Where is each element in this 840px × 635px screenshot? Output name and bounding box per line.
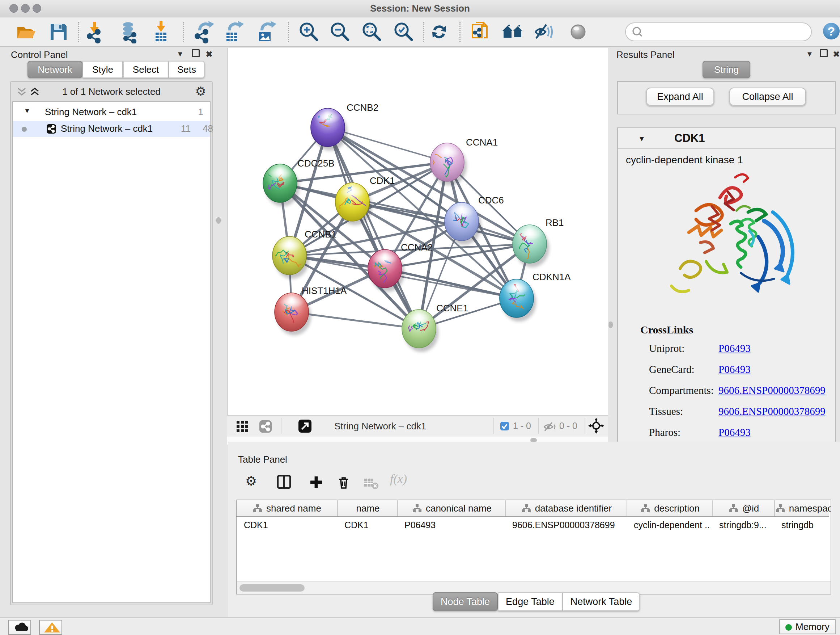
expand-all-button[interactable]: Expand All [646,88,714,106]
table-options-gear-icon[interactable]: ⚙ [245,473,257,489]
add-column-icon[interactable] [309,475,324,489]
crosslink-label: Compartments: [649,385,714,396]
results-panel-close-icon[interactable]: ✖ [833,49,840,59]
save-session-icon[interactable] [47,20,70,43]
cell-canonical-name[interactable]: P06493 [404,520,504,530]
hide-panel-icon[interactable] [532,20,556,43]
column-header-description[interactable]: description [627,500,713,516]
tab-node-table[interactable]: Node Table [433,592,498,611]
toolbar-separator [183,22,184,42]
node-label: CCNE1 [436,302,468,314]
network-node-rb1[interactable]: RB1 [513,217,564,267]
left-splitter-handle[interactable] [216,217,221,224]
cell-description[interactable]: cyclin-dependent ... [634,520,711,530]
tab-sets[interactable]: Sets [169,61,205,78]
search-input[interactable] [625,22,812,41]
control-panel-float-icon[interactable]: ▼ [177,50,184,58]
collection-expander-icon[interactable]: ▼ [24,107,30,115]
crosslink-value-link[interactable]: 9606.ENSP00000378699 [718,405,826,417]
node-label: CCNA2 [401,242,433,253]
cell-name[interactable]: CDK1 [344,520,396,530]
warning-button[interactable] [39,620,62,635]
import-table-icon[interactable] [150,20,173,43]
import-network-icon[interactable] [84,20,107,43]
delete-column-icon[interactable] [336,475,351,489]
tree-column-icon [775,504,785,513]
tab-edge-table[interactable]: Edge Table [498,592,562,611]
network-view-icon[interactable] [259,420,272,433]
node-label: CDC25B [297,158,335,169]
memory-button[interactable]: Memory [779,619,836,634]
selected-nodes-checkbox[interactable] [500,421,509,431]
network-tree: ▼ String Network – cdk1 1 String Network… [12,101,210,603]
grid-view-icon[interactable] [236,420,249,433]
tab-style[interactable]: Style [82,61,123,78]
column-header-namespace[interactable]: namespace [774,500,831,516]
network-node-cdc6[interactable]: CDC6 [445,195,504,245]
network-collection-row[interactable]: ▼ String Network – cdk1 1 [13,104,210,120]
node-label: CCNB2 [347,102,378,113]
network-node-ccne1[interactable]: CCNE1 [402,302,468,352]
column-header-shared-name[interactable]: shared name [237,500,337,516]
cloud-button[interactable] [8,620,31,635]
zoom-selected-icon[interactable] [392,20,415,43]
network-node-hist1h1a[interactable]: HIST1H1A [275,285,347,335]
network-node-cdk1[interactable]: CDK1 [335,175,395,225]
crosslinks-title: CrossLinks [640,324,693,336]
crosslink-value-link[interactable]: P06493 [718,363,751,375]
tab-select[interactable]: Select [123,61,169,78]
results-panel-maximize-icon[interactable] [820,49,828,59]
cell-database-identifier[interactable]: 9606.ENSP00000378699 [512,520,625,530]
export-network-icon[interactable] [193,20,216,43]
show-columns-icon[interactable] [277,475,292,489]
network-node-cdkn1a[interactable]: CDKN1A [500,272,571,321]
export-image-icon[interactable] [255,20,278,43]
memory-label: Memory [796,621,829,632]
scrollbar-thumb[interactable] [240,584,305,592]
results-panel-float-icon[interactable]: ▼ [806,50,813,58]
share-document-icon[interactable] [470,20,493,43]
gray-ball-icon[interactable] [567,20,591,43]
refresh-icon[interactable] [428,20,451,43]
network-canvas[interactable]: CCNB2CCNA1CDC25BCDK1CDC6RB1CCNB1CCNA2CDK… [228,48,608,415]
control-panel-maximize-icon[interactable] [192,49,200,59]
horizontal-scrollbar[interactable] [237,581,831,594]
tab-string[interactable]: String [703,61,750,78]
network-status-dot [22,127,27,132]
tab-network-table[interactable]: Network Table [562,592,640,611]
network-type-icon [46,124,57,134]
crosslink-value-link[interactable]: 9606.ENSP00000378699 [718,385,826,396]
network-home-icon[interactable] [501,20,524,43]
crosslink-value-link[interactable]: P06493 [718,342,751,355]
node-table: shared namenamecanonical namedatabase id… [236,500,831,594]
fit-selected-icon[interactable] [588,418,604,434]
crosslink-value-link[interactable]: P06493 [718,426,751,439]
zoom-in-icon[interactable] [297,20,321,43]
detach-view-icon[interactable] [298,419,312,433]
toolbar-separator [459,22,461,42]
export-table-icon[interactable] [222,20,245,43]
protein-expander-icon[interactable]: ▼ [638,135,645,143]
cell--id[interactable]: stringdb:9... [719,520,773,530]
open-session-icon[interactable] [14,20,38,43]
column-header-database-identifier[interactable]: database identifier [505,500,627,516]
crosslink-label: Tissues: [649,405,683,417]
node-label: RB1 [546,217,564,228]
column-header-canonical-name[interactable]: canonical name [397,500,506,516]
column-header--id[interactable]: @id [712,500,775,516]
results-panel: Results Panel ▼ ✖ String Expand All Coll… [612,48,840,450]
network-row-selected[interactable]: String Network – cdk1 11 48 [13,121,210,137]
import-database-icon[interactable] [118,20,142,43]
control-panel-close-icon[interactable]: ✖ [205,49,213,59]
help-icon[interactable]: ? [821,21,840,44]
zoom-out-icon[interactable] [328,20,352,43]
protein-header[interactable]: ▼ CDK1 [618,128,835,149]
cell-namespace[interactable]: stringdb [782,520,831,530]
network-list-options-gear-icon[interactable]: ⚙ [195,84,206,98]
collapse-all-button[interactable]: Collapse All [729,88,806,106]
tab-network[interactable]: Network [27,61,82,78]
network-view[interactable]: CCNB2CCNA1CDC25BCDK1CDC6RB1CCNB1CCNA2CDK… [227,48,609,415]
column-header-name[interactable]: name [337,500,398,516]
cell-shared-name[interactable]: CDK1 [244,520,336,530]
zoom-fit-icon[interactable] [360,20,384,43]
